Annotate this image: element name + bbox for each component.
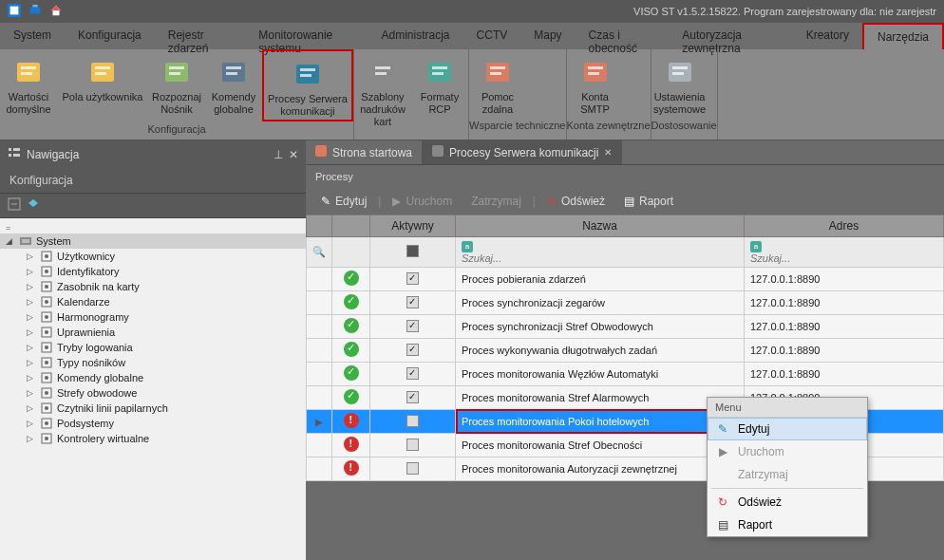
ribbon-recognize-media[interactable]: RozpoznajNośnik [148,49,205,121]
close-icon[interactable]: ✕ [289,148,298,161]
svg-rect-39 [13,154,20,157]
col-active[interactable]: Aktywny [370,215,456,237]
ribbon-group-label: Wsparcie techniczne [469,118,566,134]
menu-cctv[interactable]: CCTV [463,23,521,49]
filter-active-checkbox[interactable] [370,237,456,268]
menu-system[interactable]: System [0,23,65,49]
menu-mapy[interactable]: Mapy [520,23,575,49]
ribbon-default-values[interactable]: Wartościdomyślne [0,49,57,121]
menu-narz-dzia[interactable]: Narzędzia [862,23,944,49]
menu-czas-i-obecno-[interactable]: Czas i obecność [576,23,670,49]
toolbar-refresh[interactable]: ↻Odśwież [539,192,613,211]
menu-kreatory[interactable]: Kreatory [793,23,862,49]
col-name[interactable]: Nazwa [456,215,745,237]
menu-monitorowanie-systemu[interactable]: Monitorowanie systemu [245,23,368,49]
tree-item-czytniki-linii-papilarnych[interactable]: ▷Czytniki linii papilarnych [0,401,306,416]
ribbon-remote-help[interactable]: Pomoczdalna [469,49,526,118]
svg-rect-36 [9,148,11,151]
filter-address[interactable]: a [745,237,944,268]
layers-icon[interactable] [27,197,40,214]
menu-rejestr-zdarze-[interactable]: Rejestr zdarzeń [155,23,246,49]
svg-point-50 [45,285,48,289]
toolbar-stop[interactable]: Zatrzymaj [463,192,529,211]
pin-icon[interactable]: ⊥ [274,148,283,161]
ribbon-server-processes[interactable]: Procesy Serwerakomunikacji [262,49,353,121]
context-raport[interactable]: ▤Raport [708,513,867,536]
row-status [332,434,370,457]
tree-item-kontrolery-wirtualne[interactable]: ▷Kontrolery wirtualne [0,431,306,446]
row-address: 127.0.0.1:8890 [745,315,944,339]
col-address[interactable]: Adres [745,215,944,237]
tree-item-komendy-globalne[interactable]: ▷Komendy globalne [0,370,306,385]
tree-item-identyfikatory[interactable]: ▷Identyfikatory [0,264,306,279]
tree-item-tryby-logowania[interactable]: ▷Tryby logowania [0,340,306,355]
row-active-checkbox[interactable] [370,410,456,434]
tree-item-kalendarze[interactable]: ▷Kalendarze [0,294,306,309]
menu-administracja[interactable]: Administracja [368,23,463,49]
row-active-checkbox[interactable] [370,386,456,410]
menu-autoryzacja-zewn-trzna[interactable]: Autoryzacja zewnętrzna [669,23,792,49]
row-indicator [307,339,332,363]
table-row[interactable]: Proces wykonywania długotrwałych zadań12… [307,339,944,363]
ribbon-smtp-accounts[interactable]: KontaSMTP [567,49,624,118]
svg-rect-13 [169,66,184,69]
table-row[interactable]: Proces monitorowania Węzłów Automatyki12… [307,363,944,386]
svg-rect-37 [13,148,20,151]
tree-item-harmonogramy[interactable]: ▷Harmonogramy [0,309,306,325]
ribbon-card-templates[interactable]: Szablonynadruków kart [354,49,411,130]
tree-item-zasobnik-na-karty[interactable]: ▷Zasobnik na karty [0,279,306,294]
row-status [332,410,370,434]
tree-item-uprawnienia[interactable]: ▷Uprawnienia [0,325,306,340]
filter-name[interactable]: a [456,237,745,268]
row-status [332,339,370,363]
row-name: Proces monitorowania Stref Obecności [456,434,745,457]
ribbon-rcp-formats[interactable]: FormatyRCP [411,49,468,130]
svg-rect-17 [226,72,237,75]
menu-konfiguracja[interactable]: Konfiguracja [65,23,155,49]
row-address: 127.0.0.1:8890 [745,339,944,363]
tab-icon [432,145,444,159]
ribbon-user-fields[interactable]: Pola użytkownika [57,49,148,121]
filter-search-icon[interactable]: 🔍 [307,237,332,268]
panel-title: Procesy [306,165,944,188]
row-active-checkbox[interactable] [370,291,456,315]
tab-strona-startowa[interactable]: Strona startowa [306,140,423,164]
toolbar-run[interactable]: ▶Uruchom [385,192,460,211]
tree-item-strefy-obwodowe[interactable]: ▷Strefy obwodowe [0,385,306,401]
context-od-wie-[interactable]: ↻Odśwież [708,491,867,513]
row-active-checkbox[interactable] [370,268,456,291]
report-icon: ▤ [715,518,730,532]
tree-item-u-ytkownicy[interactable]: ▷Użytkownicy [0,249,306,264]
collapse-icon[interactable] [8,197,21,214]
tree-item-podsystemy[interactable]: ▷Podsystemy [0,416,306,431]
row-active-checkbox[interactable] [370,434,456,457]
context-title: Menu [708,398,867,418]
sidebar-title: Nawigacja [27,148,79,161]
tree-tools[interactable]: = [0,222,306,233]
home-icon[interactable] [49,4,63,20]
tree-item-typy-no-nik-w[interactable]: ▷Typy nośników [0,355,306,370]
default-values-label: Wartościdomyślne [6,91,50,116]
quick-icon-1[interactable] [28,4,42,20]
ribbon-system-settings[interactable]: Ustawieniasystemowe [651,49,708,118]
table-row[interactable]: Proces synchronizacji zegarów127.0.0.1:8… [307,291,944,315]
row-address: 127.0.0.1:8890 [745,268,944,291]
context-edytuj[interactable]: ✎Edytuj [708,418,867,440]
row-active-checkbox[interactable] [370,363,456,386]
table-row[interactable]: Proces synchronizacji Stref Obwodowych12… [307,315,944,339]
toolbar-report[interactable]: ▤Raport [616,192,681,211]
tab-procesy-serwera-komunikacji[interactable]: Procesy Serwera komunikacji✕ [423,140,622,164]
toolbar-edit[interactable]: ✎Edytuj [313,192,374,211]
row-active-checkbox[interactable] [370,457,456,481]
tree-root-system[interactable]: ◢System [0,233,306,249]
ribbon-global-commands[interactable]: Komendyglobalne [205,49,262,121]
row-name: Proces synchronizacji zegarów [456,291,745,315]
table-row[interactable]: Proces pobierania zdarzeń127.0.0.1:8890 [307,268,944,291]
ribbon-group-label [354,130,468,135]
row-active-checkbox[interactable] [370,315,456,339]
close-icon[interactable]: ✕ [604,147,612,158]
row-active-checkbox[interactable] [370,339,456,363]
sidebar-tree: =◢System▷Użytkownicy▷Identyfikatory▷Zaso… [0,218,306,560]
ribbon-group-label: Dostosowanie [651,118,717,134]
svg-rect-7 [21,66,36,69]
